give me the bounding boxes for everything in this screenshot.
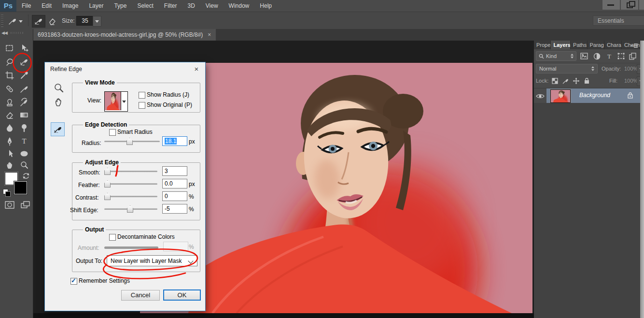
cancel-button[interactable]: Cancel (121, 290, 160, 301)
show-radius-checkbox[interactable] (139, 92, 145, 99)
output-to-dropdown[interactable]: New Layer with Layer Mask (107, 255, 197, 266)
filter-kind-dropdown[interactable]: Kind (536, 51, 576, 61)
menu-3d[interactable]: 3D (182, 0, 200, 12)
collapse-panel-icon[interactable]: ◀◀ (1, 30, 7, 35)
remember-settings-checkbox[interactable] (70, 278, 77, 285)
shift-edge-slider-thumb[interactable] (127, 205, 133, 213)
move-tool[interactable] (18, 43, 30, 54)
menu-select[interactable]: Select (132, 0, 158, 12)
layer-row-background[interactable]: Background (534, 88, 640, 103)
swap-colors-icon[interactable] (20, 170, 32, 182)
blend-mode-dropdown[interactable]: Normal (536, 64, 598, 73)
healing-brush-tool[interactable] (4, 83, 15, 95)
filter-pixel-layer-icon[interactable] (579, 52, 589, 60)
refine-radius-tool-button[interactable] (51, 122, 65, 136)
menu-type[interactable]: Type (109, 0, 132, 12)
eraser-tool[interactable] (4, 109, 15, 121)
filter-shape-layer-icon[interactable] (616, 52, 626, 60)
subtract-eraser-button[interactable] (45, 15, 59, 28)
hand-tool[interactable] (4, 159, 15, 171)
panel-menu-icon[interactable] (630, 42, 638, 48)
dialog-zoom-icon[interactable] (53, 83, 65, 96)
tab-close-icon[interactable]: × (208, 29, 211, 41)
menu-view[interactable]: View (200, 0, 224, 12)
dialog-hand-icon[interactable] (53, 96, 65, 110)
menu-image[interactable]: Image (57, 0, 84, 12)
document-tab[interactable]: 6931863-doutzen-kroes-model-actress-girl… (33, 29, 216, 41)
feather-slider[interactable] (104, 180, 157, 187)
tab-paths[interactable]: Paths (571, 41, 587, 49)
layer-visibility-eye-icon[interactable] (536, 92, 545, 101)
radius-slider-thumb[interactable] (126, 138, 133, 145)
show-original-checkbox[interactable] (139, 102, 145, 109)
filter-adjustment-layer-icon[interactable] (592, 52, 602, 60)
decontaminate-colors-checkbox[interactable] (109, 234, 116, 241)
menu-window[interactable]: Window (224, 0, 255, 12)
menu-filter[interactable]: Filter (159, 0, 182, 12)
dialog-close-icon[interactable]: × (192, 65, 201, 73)
smooth-input[interactable]: 3 (162, 166, 187, 176)
view-mode-dropdown[interactable] (104, 91, 128, 112)
menu-edit[interactable]: Edit (36, 0, 57, 12)
tab-paragraph[interactable]: Parag (588, 41, 604, 49)
add-to-selection-brush-button[interactable] (32, 15, 45, 28)
lock-transparent-icon[interactable] (550, 77, 559, 85)
shift-edge-input[interactable]: -5 (162, 204, 187, 214)
path-selection-tool[interactable] (4, 148, 15, 159)
brush-tool[interactable] (18, 83, 30, 95)
crop-tool[interactable] (4, 70, 15, 81)
filter-type-layer-icon[interactable]: T (604, 52, 614, 60)
quick-mask-button[interactable] (4, 199, 15, 211)
contrast-slider[interactable] (104, 193, 157, 200)
menu-help[interactable]: Help (254, 0, 277, 12)
lasso-tool[interactable] (4, 56, 15, 68)
eyedropper-tool[interactable] (18, 70, 30, 81)
size-dropdown-button[interactable] (93, 16, 101, 27)
background-color-swatch[interactable] (14, 181, 27, 194)
opacity-value[interactable]: 100% (624, 66, 638, 72)
feather-input[interactable]: 0.0 (162, 179, 187, 188)
rectangular-marquee-tool[interactable] (4, 43, 15, 54)
blur-tool[interactable] (4, 122, 15, 133)
feather-slider-thumb[interactable] (104, 180, 111, 188)
restore-button[interactable] (621, 0, 638, 10)
gradient-tool[interactable] (18, 109, 30, 121)
radius-input[interactable]: 18.1 (162, 136, 187, 146)
lock-position-icon[interactable] (572, 77, 580, 85)
dodge-tool[interactable] (18, 122, 30, 133)
filter-smart-object-icon[interactable] (628, 52, 637, 60)
tab-layers[interactable]: Layers (551, 41, 571, 49)
layer-name[interactable]: Background (579, 92, 610, 99)
ellipse-shape-tool[interactable] (18, 148, 30, 159)
menu-layer[interactable]: Layer (84, 0, 109, 12)
tool-preset-button[interactable] (6, 15, 23, 28)
zoom-tool[interactable] (18, 159, 30, 171)
quick-selection-tool[interactable] (18, 56, 30, 68)
fill-value[interactable]: 100% (624, 78, 638, 84)
close-button[interactable] (639, 0, 644, 10)
lock-paint-icon[interactable] (561, 77, 570, 85)
minimize-button[interactable] (602, 0, 620, 10)
history-brush-tool[interactable] (18, 97, 30, 108)
ok-button[interactable]: OK (163, 289, 201, 301)
type-tool[interactable]: T (18, 135, 30, 147)
contrast-slider-thumb[interactable] (104, 193, 111, 200)
tab-character[interactable]: Chara (604, 41, 622, 49)
tab-properties[interactable]: Prope (534, 41, 551, 49)
smooth-slider[interactable] (104, 168, 157, 174)
workspace-switcher[interactable]: Essentials (593, 15, 644, 26)
menu-file[interactable]: File (16, 0, 36, 12)
contrast-input[interactable]: 0 (162, 191, 187, 201)
screen-mode-button[interactable] (19, 199, 31, 211)
shift-edge-slider[interactable] (104, 205, 157, 212)
size-input[interactable]: 35 (76, 16, 94, 26)
radius-slider[interactable] (104, 138, 160, 145)
panel-scrollbar[interactable] (640, 41, 644, 318)
edge-detection-legend: Edge Detection (83, 121, 129, 128)
lock-all-icon[interactable] (582, 77, 591, 85)
smooth-slider-thumb[interactable] (104, 168, 111, 175)
clone-stamp-tool[interactable] (4, 97, 15, 108)
layer-thumbnail[interactable] (550, 89, 571, 103)
smart-radius-checkbox[interactable] (109, 129, 116, 136)
pen-tool[interactable] (4, 135, 15, 147)
